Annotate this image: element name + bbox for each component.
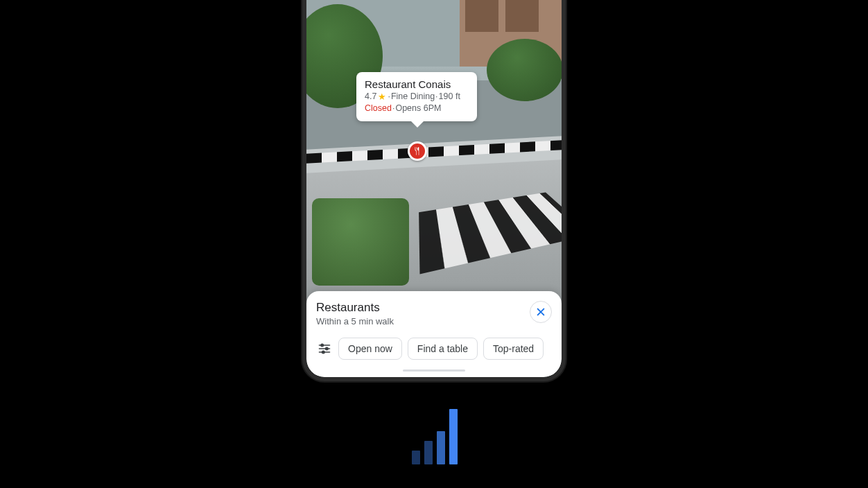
sheet-handle[interactable]	[403, 369, 465, 372]
chip-top-rated[interactable]: Top-rated	[483, 338, 544, 360]
tune-icon	[318, 342, 331, 356]
more-filters-link[interactable]: More	[549, 338, 552, 359]
place-meta-line: 4.7 ★ · Fine Dining · 190 ft	[365, 91, 469, 103]
place-title: Restaurant Conais	[365, 78, 469, 91]
filter-chip-row: Open now Find a table Top-rated More	[316, 338, 552, 360]
results-sheet[interactable]: Restaurants Within a 5 min walk	[306, 291, 562, 377]
sep: ·	[388, 91, 390, 103]
tune-button[interactable]	[316, 340, 333, 357]
place-marker[interactable]	[408, 141, 427, 161]
place-callout[interactable]: Restaurant Conais 4.7 ★ · Fine Dining · …	[356, 72, 477, 121]
place-rating: 4.7	[365, 91, 376, 103]
place-status: Closed	[365, 103, 392, 114]
hedge	[312, 198, 409, 286]
shrub	[487, 39, 562, 101]
svg-point-1	[326, 347, 328, 349]
star-icon: ★	[378, 91, 386, 103]
power-button	[562, 18, 564, 49]
close-button[interactable]	[530, 301, 552, 323]
phone-screen: Restaurant Conais 4.7 ★ · Fine Dining · …	[306, 0, 562, 377]
sheet-title: Restaurants	[316, 301, 394, 315]
place-category: Fine Dining	[391, 91, 435, 103]
svg-point-0	[321, 344, 323, 346]
sep: ·	[392, 103, 394, 114]
chip-open-now[interactable]: Open now	[338, 338, 402, 360]
place-hours-line: Closed · Opens 6PM	[365, 103, 469, 114]
signal-icon	[412, 409, 458, 464]
place-distance: 190 ft	[439, 91, 460, 103]
svg-point-2	[322, 351, 324, 353]
place-opens: Opens 6PM	[395, 103, 441, 114]
sep: ·	[435, 91, 437, 103]
close-icon	[536, 307, 546, 317]
phone-frame: Restaurant Conais 4.7 ★ · Fine Dining · …	[302, 0, 566, 381]
restaurant-icon	[413, 146, 422, 156]
chip-find-table[interactable]: Find a table	[408, 338, 478, 360]
sheet-subtitle: Within a 5 min walk	[316, 316, 394, 326]
